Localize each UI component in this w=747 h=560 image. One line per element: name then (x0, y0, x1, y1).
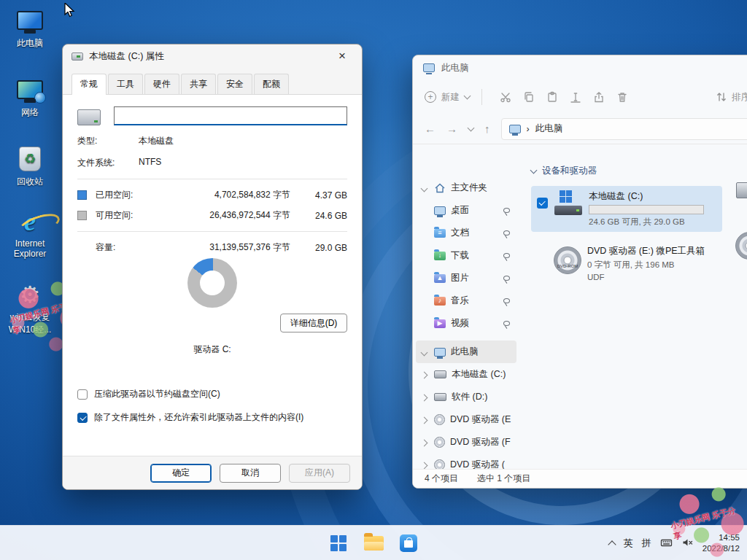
desktop-icon-network[interactable]: 网络 (1, 75, 58, 119)
tab-general[interactable]: 常规 (71, 74, 107, 95)
drive-icon (434, 393, 446, 401)
tray-overflow-chevron-icon[interactable] (608, 540, 616, 548)
sidebar-item-documents[interactable]: ≡ 文档 (416, 222, 516, 244)
back-button[interactable]: ← (425, 122, 436, 135)
tab-tools[interactable]: 工具 (108, 74, 143, 94)
chevron-right-icon (421, 371, 428, 378)
tab-hardware[interactable]: 硬件 (144, 74, 179, 94)
dvd-icon (434, 437, 445, 448)
downloads-folder-icon: ↓ (434, 252, 446, 260)
store-taskbar-button[interactable] (394, 529, 423, 558)
close-button[interactable]: × (331, 47, 353, 65)
rename-icon (570, 91, 581, 103)
filesystem-value: NTFS (139, 157, 347, 169)
sidebar-item-local-disk-c[interactable]: 本地磁盘 (C:) (416, 363, 516, 386)
drive-detail: 0 字节 可用, 共 196 MB (587, 260, 705, 271)
type-label: 类型: (77, 135, 139, 147)
tab-quota[interactable]: 配额 (254, 74, 289, 94)
ime-indicator[interactable]: 拼 (642, 537, 651, 550)
details-button[interactable]: 详细信息(D) (280, 314, 347, 332)
sidebar-item-pictures[interactable]: ▲ 图片 (416, 267, 516, 289)
volume-label-input[interactable] (114, 106, 347, 125)
explorer-window: 此电脑 + 新建 排序 ← → (412, 55, 747, 489)
paste-icon (546, 91, 558, 103)
breadcrumb-this-pc[interactable]: 此电脑 (535, 122, 563, 135)
cancel-button[interactable]: 取消 (220, 464, 281, 483)
index-option[interactable]: 除了文件属性外，还允许索引此驱动器上文件的内容(I) (77, 411, 347, 424)
devices-and-drives-header[interactable]: 设备和驱动器 (531, 165, 747, 177)
share-button[interactable] (587, 86, 611, 108)
dialog-footer: 确定 取消 应用(A) (63, 456, 362, 489)
explorer-content: 设备和驱动器 本地磁盘 (C:) 24.6 GB 可用, 共 29.0 GB D… (519, 144, 747, 469)
clipped-dvd-icon (735, 232, 747, 260)
general-tab-page: 类型: 本地磁盘 文件系统: NTFS 已用空间: 4,702,584,832 … (63, 94, 362, 456)
paste-button[interactable] (541, 86, 564, 108)
clock[interactable]: 14:55 2022/8/12 (703, 532, 740, 554)
item-checkbox[interactable] (537, 198, 548, 209)
sidebar-item-dvd-3[interactable]: DVD 驱动器 ( (416, 454, 516, 469)
drive-item-dvd-e[interactable]: DVD-ROM DVD 驱动器 (E:) 微PE工具箱 0 字节 可用, 共 1… (531, 241, 722, 286)
explorer-titlebar[interactable]: 此电脑 (413, 55, 747, 80)
chevron-right-icon (421, 416, 428, 424)
section-title: 设备和驱动器 (542, 165, 597, 177)
history-chevron-icon[interactable] (468, 124, 475, 131)
chevron-down-icon (530, 166, 538, 174)
desktop-icon-internet-explorer[interactable]: e Internet Explorer (1, 207, 58, 259)
capacity-bar (589, 205, 704, 214)
sidebar-item-this-pc[interactable]: 此电脑 (416, 341, 516, 363)
window-title: 此电脑 (441, 62, 469, 74)
cut-button[interactable] (494, 86, 517, 108)
disk-usage-donut-chart (187, 258, 237, 308)
network-icon (17, 80, 43, 99)
address-bar[interactable]: › 此电脑 (501, 118, 747, 140)
videos-folder-icon: ▶ (434, 319, 446, 328)
delete-button[interactable] (611, 86, 634, 108)
forward-button[interactable]: → (446, 122, 457, 135)
touch-keyboard-icon[interactable] (660, 537, 673, 551)
sidebar-item-desktop[interactable]: 桌面 (416, 199, 516, 222)
this-pc-icon (423, 63, 435, 72)
sidebar-item-dvd-e[interactable]: DVD 驱动器 (E (416, 408, 516, 431)
dialog-tabs: 常规 工具 硬件 共享 安全 配额 (63, 68, 362, 94)
drive-icon (71, 52, 83, 61)
desktop-icon-recycle-bin[interactable]: ♻ 回收站 (1, 144, 58, 188)
capacity-row: 容量: 31,139,557,376 字节 29.0 GB (77, 241, 347, 254)
sidebar-item-software-d[interactable]: 软件 (D:) (416, 386, 516, 408)
drive-detail: 24.6 GB 可用, 共 29.0 GB (589, 217, 704, 228)
sidebar-item-home[interactable]: 主文件夹 (416, 176, 516, 199)
file-explorer-taskbar-button[interactable] (359, 529, 388, 558)
sidebar-item-music[interactable]: ♪ 音乐 (416, 289, 516, 312)
up-button[interactable]: ↑ (484, 122, 490, 135)
desktop-icon-this-pc[interactable]: 此电脑 (1, 6, 58, 50)
chevron-right-icon (421, 462, 428, 469)
taskbar: 英 拼 14:55 2022/8/12 (0, 525, 747, 560)
sort-button-label: 排序 (732, 91, 747, 104)
os-drive-icon (554, 190, 583, 217)
compress-checkbox[interactable] (77, 389, 88, 400)
copy-button[interactable] (517, 86, 541, 108)
dialog-titlebar[interactable]: 本地磁盘 (C:) 属性 × (63, 44, 362, 68)
toolbar-separator (481, 89, 482, 105)
sidebar-item-videos[interactable]: ▶ 视频 (416, 312, 516, 335)
start-button[interactable] (324, 529, 353, 558)
volume-muted-icon[interactable] (681, 537, 694, 551)
tab-sharing[interactable]: 共享 (181, 74, 216, 94)
item-count: 4 个项目 (425, 472, 458, 485)
pictures-folder-icon: ▲ (434, 274, 446, 283)
desktop-icon-win11-restore[interactable]: ⚙ win11恢复WIN10经... (1, 280, 58, 336)
language-indicator[interactable]: 英 (624, 537, 633, 550)
sort-button[interactable]: 排序 (716, 91, 747, 104)
divider (77, 179, 347, 179)
sidebar-item-dvd-f[interactable]: DVD 驱动器 (F (416, 431, 516, 454)
new-button[interactable]: + 新建 (425, 91, 470, 104)
tab-security[interactable]: 安全 (217, 74, 252, 94)
sidebar-item-downloads[interactable]: ↓ 下载 (416, 244, 516, 267)
index-checkbox[interactable] (77, 413, 88, 423)
divider (77, 231, 347, 232)
rename-button[interactable] (564, 86, 587, 108)
compress-option[interactable]: 压缩此驱动器以节约磁盘空间(C) (77, 388, 347, 400)
ok-button[interactable]: 确定 (150, 464, 212, 483)
sort-icon (716, 91, 727, 103)
drive-item-local-disk-c[interactable]: 本地磁盘 (C:) 24.6 GB 可用, 共 29.0 GB (531, 186, 722, 232)
share-icon (593, 91, 605, 103)
